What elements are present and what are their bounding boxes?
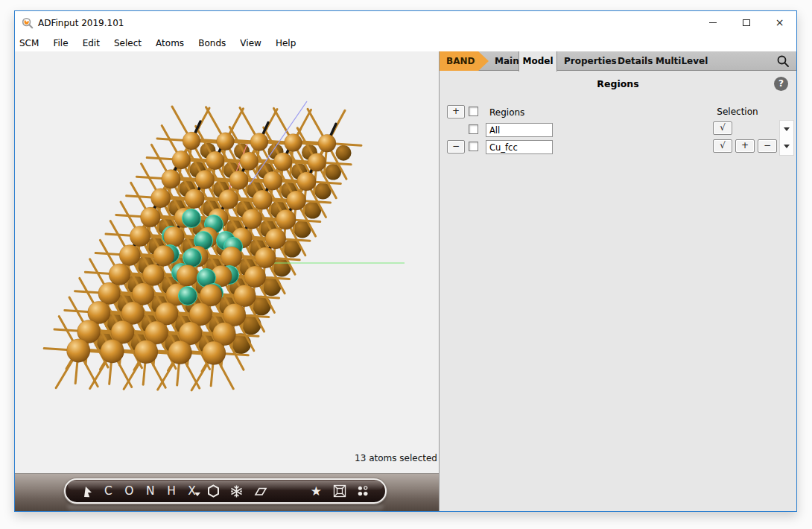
selection-label: Selection (704, 107, 771, 117)
search-icon[interactable] (776, 54, 790, 68)
tab-properties[interactable]: Properties (564, 51, 617, 71)
chevron-down-icon[interactable] (784, 145, 790, 148)
selection-set-all-button[interactable]: √ (713, 121, 732, 135)
adfinput-app-icon (22, 17, 34, 29)
region-all-name-field[interactable] (486, 123, 553, 137)
selection-set-button[interactable]: √ (713, 139, 732, 153)
tab-band[interactable]: BAND (440, 51, 489, 71)
atom-toolbar: C O N H X (64, 478, 387, 504)
menu-bonds[interactable]: Bonds (198, 35, 226, 51)
menu-help[interactable]: Help (276, 35, 296, 51)
maximize-button[interactable] (729, 11, 763, 34)
chevron-down-icon[interactable] (784, 127, 790, 131)
crystal-tool-icon[interactable] (230, 485, 243, 498)
star-icon[interactable]: ★ (311, 484, 322, 498)
window-title: ADFinput 2019.101 (38, 18, 124, 28)
window-controls: × (696, 11, 796, 34)
tab-bar: BAND Main Model Properties Details Multi… (440, 51, 796, 71)
tab-model[interactable]: Model (518, 51, 557, 72)
menu-bar: SCM File Edit Select Atoms Bonds View He… (15, 35, 796, 51)
caret-down-icon[interactable] (194, 492, 200, 496)
menu-file[interactable]: File (53, 35, 68, 51)
maximize-icon (743, 19, 750, 26)
regions-group-label: Regions (489, 107, 524, 118)
ring-tool-icon[interactable] (207, 484, 220, 498)
toolbar-band: C O N H X (15, 473, 439, 511)
side-panel: BAND Main Model Properties Details Multi… (439, 51, 796, 511)
regions-panel: Regions ? + Regions − Selection √ √ + − (440, 71, 796, 513)
region-cufcc-checkbox[interactable] (469, 142, 478, 151)
selection-add-button[interactable]: + (735, 139, 755, 153)
menu-select[interactable]: Select (114, 35, 142, 51)
close-button[interactable]: × (763, 11, 796, 34)
selection-dropdowns (779, 120, 794, 156)
tab-multilevel[interactable]: MultiLevel (656, 51, 708, 71)
region-all-checkbox[interactable] (469, 124, 478, 134)
molecule-viewport[interactable]: 13 atoms selected (15, 51, 439, 473)
toolbar-reflection (67, 505, 384, 513)
selection-status: 13 atoms selected (355, 453, 437, 463)
perspective-box-icon[interactable] (333, 484, 346, 498)
menu-scm[interactable]: SCM (19, 35, 39, 51)
menu-view[interactable]: View (240, 35, 261, 51)
tab-main[interactable]: Main (495, 51, 519, 71)
pointer-icon[interactable] (82, 485, 93, 498)
minimize-button[interactable] (696, 11, 729, 34)
add-oxygen-button[interactable]: O (124, 484, 134, 498)
plane-tool-icon[interactable] (253, 486, 267, 497)
add-nitrogen-button[interactable]: N (146, 484, 155, 498)
tab-details[interactable]: Details (618, 51, 653, 71)
add-region-button[interactable]: + (447, 105, 465, 118)
menu-atoms[interactable]: Atoms (156, 35, 184, 51)
panel-title: Regions (440, 78, 796, 89)
selection-remove-button[interactable]: − (758, 139, 777, 153)
region-cufcc-name-field[interactable] (486, 140, 553, 154)
help-button[interactable]: ? (774, 77, 788, 91)
add-hydrogen-button[interactable]: H (167, 484, 176, 498)
remove-region-button[interactable]: − (447, 140, 465, 153)
adfinput-window: ADFinput 2019.101 × SCM File Edit Select… (14, 10, 797, 512)
add-carbon-button[interactable]: C (104, 484, 112, 498)
minimize-icon (709, 22, 717, 23)
balls-display-icon[interactable] (357, 485, 369, 497)
title-bar: ADFinput 2019.101 × (15, 11, 796, 35)
regions-group-checkbox[interactable] (469, 107, 478, 116)
menu-edit[interactable]: Edit (83, 35, 100, 51)
